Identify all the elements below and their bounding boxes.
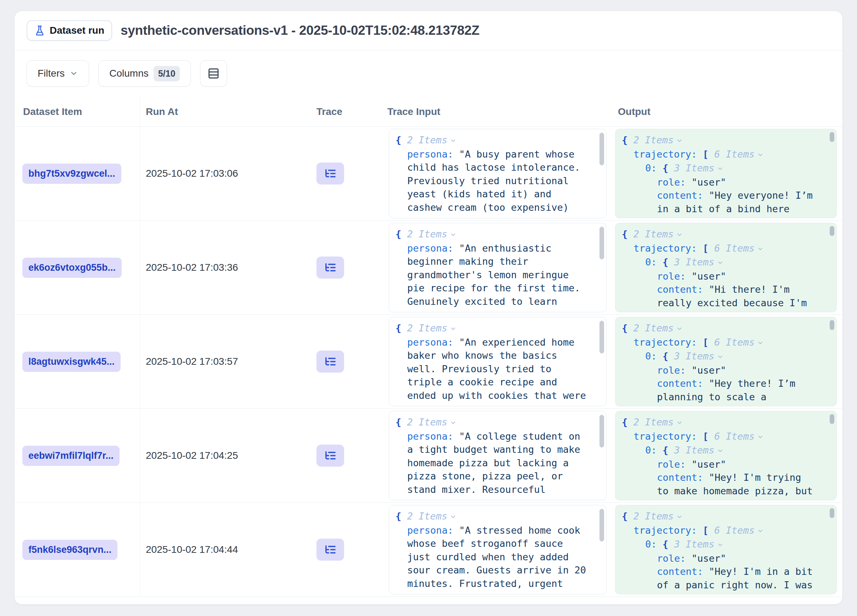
- trace-input-json-viewer[interactable]: { 2 Itemspersona: "A busy parent whosech…: [389, 129, 606, 218]
- output-json-viewer[interactable]: { 2 Itemstrajectory: [ 6 Items0: { 3 Ite…: [615, 411, 837, 500]
- json-token: child has lactose intolerance.: [407, 162, 580, 173]
- json-token: :: [691, 337, 703, 348]
- dataset-item-badge[interactable]: bhg7t5xv9zgwcel...: [22, 164, 121, 184]
- json-token: homemade pizza but lacking a: [407, 457, 569, 468]
- dataset-item-badge[interactable]: l8agtuwxisgwk45...: [22, 351, 121, 372]
- json-token: trajectory: [634, 149, 691, 160]
- json-token: 3 Items: [668, 351, 715, 362]
- json-line: persona: "A busy parent whose: [396, 148, 600, 161]
- json-line: beginner making their: [396, 255, 600, 268]
- row-height-button[interactable]: [200, 60, 227, 87]
- output-json-viewer[interactable]: { 2 Itemstrajectory: [ 6 Items0: { 3 Ite…: [615, 129, 837, 218]
- chevron-down-icon[interactable]: [717, 350, 724, 364]
- json-token: pizza stone, pizza peel, or: [407, 471, 563, 481]
- json-token: well. Previously tried to: [407, 363, 551, 375]
- trace-open-button[interactable]: [316, 351, 344, 373]
- json-token: [: [703, 243, 708, 254]
- json-line: persona: "An experienced home: [396, 336, 600, 349]
- json-token: [: [703, 337, 708, 348]
- chevron-down-icon[interactable]: [676, 134, 683, 148]
- json-token: 2 Items: [401, 135, 447, 145]
- chevron-down-icon[interactable]: [757, 430, 764, 444]
- trace-open-button[interactable]: [316, 163, 344, 184]
- json-token: [: [703, 431, 708, 442]
- json-token: {: [396, 229, 401, 240]
- chevron-down-icon[interactable]: [450, 416, 456, 430]
- filters-button-label: Filters: [38, 68, 65, 79]
- filters-button[interactable]: Filters: [26, 60, 89, 87]
- json-token: {: [622, 229, 628, 240]
- output-json-viewer[interactable]: { 2 Itemstrajectory: [ 6 Items0: { 3 Ite…: [615, 317, 837, 406]
- json-token: :: [448, 149, 459, 160]
- trace-open-button[interactable]: [316, 257, 344, 279]
- scrollbar-thumb[interactable]: [599, 133, 604, 166]
- chevron-down-icon[interactable]: [676, 416, 683, 430]
- scrollbar-thumb[interactable]: [599, 227, 604, 259]
- json-line: 0: { 3 Items: [622, 350, 830, 364]
- json-token: minutes. Frustrated, urgent: [407, 578, 563, 589]
- dataset-run-panel: Dataset run synthetic-conversations-v1 -…: [14, 11, 843, 605]
- chevron-down-icon[interactable]: [717, 162, 724, 176]
- json-token: {: [663, 163, 668, 173]
- json-token: {: [663, 539, 668, 549]
- chevron-down-icon[interactable]: [717, 538, 724, 552]
- run-at-cell: 2025-10-02 17:04:44: [140, 503, 311, 596]
- chevron-down-icon[interactable]: [450, 322, 456, 336]
- scrollbar-thumb[interactable]: [830, 508, 834, 518]
- scrollbar-thumb[interactable]: [830, 320, 834, 330]
- json-token: yeast (kids hated it) and: [407, 189, 551, 200]
- trace-input-json-viewer[interactable]: { 2 Itemspersona: "A stressed home cookw…: [389, 505, 606, 594]
- json-token: role: [657, 459, 680, 470]
- json-token: "Hey! I'm in a bit: [709, 566, 813, 577]
- json-line: well. Previously tried to: [396, 362, 600, 376]
- scrollbar-thumb[interactable]: [830, 414, 834, 424]
- json-token: {: [663, 351, 668, 362]
- json-line: { 2 Items: [396, 415, 600, 430]
- column-header-run-at: Run At: [140, 106, 311, 118]
- chevron-down-icon[interactable]: [757, 336, 764, 350]
- json-token: :: [680, 271, 692, 282]
- chevron-down-icon[interactable]: [676, 510, 683, 524]
- chevron-down-icon[interactable]: [757, 148, 764, 162]
- trace-open-button[interactable]: [316, 539, 344, 561]
- json-line: baker who knows the basics: [396, 349, 600, 362]
- json-token: 3 Items: [668, 444, 715, 456]
- chevron-down-icon[interactable]: [676, 228, 683, 241]
- output-json-viewer[interactable]: { 2 Itemstrajectory: [ 6 Items0: { 3 Ite…: [615, 223, 837, 312]
- chevron-down-icon[interactable]: [717, 444, 724, 458]
- chevron-down-icon[interactable]: [450, 228, 456, 241]
- json-line: Genuinely excited to learn: [396, 295, 600, 308]
- json-token: of a panic right now. I was: [657, 579, 813, 590]
- scrollbar-thumb[interactable]: [599, 509, 604, 542]
- dataset-item-badge[interactable]: ek6oz6vtoxg055b...: [22, 258, 122, 278]
- trace-input-json-viewer[interactable]: { 2 Itemspersona: "An experienced homeba…: [389, 317, 606, 406]
- scrollbar-thumb[interactable]: [830, 132, 834, 142]
- json-content: { 2 Itemstrajectory: [ 6 Items0: { 3 Ite…: [622, 509, 830, 591]
- chevron-down-icon[interactable]: [717, 256, 724, 270]
- chevron-down-icon[interactable]: [450, 510, 456, 524]
- table-rows-icon: [207, 67, 220, 79]
- chevron-down-icon[interactable]: [450, 134, 456, 148]
- output-json-viewer[interactable]: { 2 Itemstrajectory: [ 6 Items0: { 3 Ite…: [615, 505, 837, 594]
- json-content: { 2 Itemspersona: "An enthusiasticbeginn…: [396, 228, 600, 308]
- dataset-item-badge[interactable]: f5nk6lse963qrvn...: [22, 540, 118, 560]
- trace-input-json-viewer[interactable]: { 2 Itemspersona: "An enthusiasticbeginn…: [389, 223, 606, 312]
- json-line: { 2 Items: [396, 322, 600, 336]
- trace-input-json-viewer[interactable]: { 2 Itemspersona: "A college student ona…: [389, 411, 606, 500]
- chevron-down-icon[interactable]: [676, 322, 683, 336]
- json-line: pie recipe for the first time.: [396, 282, 600, 295]
- json-line: a tight budget wanting to make: [396, 443, 600, 456]
- json-token: 2 Items: [628, 511, 674, 522]
- chevron-down-icon[interactable]: [757, 525, 764, 538]
- json-token: "Hey! I'm trying: [709, 472, 801, 483]
- json-token: ended up with cookies that were: [407, 390, 586, 401]
- trace-open-button[interactable]: [316, 444, 344, 467]
- json-line: role: "user": [622, 552, 830, 565]
- json-token: {: [622, 322, 628, 334]
- chevron-down-icon[interactable]: [757, 242, 764, 256]
- scrollbar-thumb[interactable]: [830, 226, 834, 236]
- dataset-item-badge[interactable]: eebwi7mfil7lqlf7r...: [22, 446, 119, 466]
- scrollbar-thumb[interactable]: [599, 415, 604, 447]
- scrollbar-thumb[interactable]: [599, 321, 604, 353]
- columns-button[interactable]: Columns 5/10: [98, 60, 191, 87]
